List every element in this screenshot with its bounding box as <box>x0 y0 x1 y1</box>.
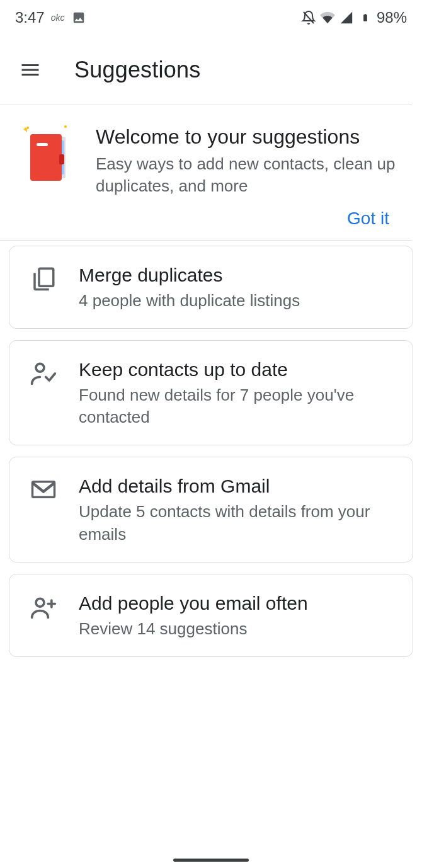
svg-rect-5 <box>30 134 62 181</box>
app-notification-badge: okc <box>51 13 65 23</box>
suggestion-add-people[interactable]: Add people you email often Review 14 sug… <box>9 574 413 657</box>
welcome-card: Welcome to your suggestions Easy ways to… <box>0 105 422 202</box>
page-title: Suggestions <box>74 57 200 83</box>
app-bar: Suggestions <box>0 35 422 105</box>
navigation-handle[interactable] <box>173 859 249 862</box>
menu-button[interactable] <box>18 57 43 83</box>
welcome-title: Welcome to your suggestions <box>96 124 399 149</box>
wifi-icon <box>320 10 335 25</box>
contacts-book-illustration <box>21 124 74 190</box>
suggestion-keep-up-to-date[interactable]: Keep contacts up to date Found new detai… <box>9 340 413 445</box>
svg-point-1 <box>26 127 29 129</box>
card-subtitle: Update 5 contacts with details from your… <box>79 501 395 545</box>
person-add-icon <box>28 591 59 621</box>
suggestion-list: Merge duplicates 4 people with duplicate… <box>0 241 422 657</box>
card-subtitle: Found new details for 7 people you've co… <box>79 384 395 428</box>
battery-icon <box>358 10 373 25</box>
svg-rect-6 <box>37 143 48 146</box>
hamburger-icon <box>19 59 42 81</box>
card-subtitle: 4 people with duplicate listings <box>79 290 395 312</box>
card-title: Add details from Gmail <box>79 474 395 498</box>
welcome-subtitle: Easy ways to add new contacts, clean up … <box>96 153 399 197</box>
status-time: 3:47 <box>15 9 45 26</box>
copy-icon <box>28 263 59 292</box>
status-left: 3:47 okc <box>15 9 86 26</box>
suggestion-merge-duplicates[interactable]: Merge duplicates 4 people with duplicate… <box>9 246 413 329</box>
suggestion-add-from-gmail[interactable]: Add details from Gmail Update 5 contacts… <box>9 457 413 562</box>
svg-point-11 <box>36 598 44 607</box>
battery-percent: 98% <box>377 9 407 26</box>
card-title: Merge duplicates <box>79 263 395 287</box>
cell-signal-icon <box>339 10 354 25</box>
status-bar: 3:47 okc 98% <box>0 0 422 35</box>
svg-point-9 <box>36 364 44 372</box>
dnd-off-icon <box>301 10 316 25</box>
svg-rect-8 <box>39 268 54 286</box>
welcome-actions: Got it <box>0 202 422 240</box>
svg-rect-7 <box>59 154 64 164</box>
card-title: Keep contacts up to date <box>79 357 395 382</box>
gmail-icon <box>28 474 59 503</box>
image-icon <box>71 10 86 25</box>
person-check-icon <box>28 357 59 387</box>
card-subtitle: Review 14 suggestions <box>79 618 395 640</box>
card-title: Add people you email often <box>79 591 395 615</box>
status-right: 98% <box>301 9 407 26</box>
svg-point-2 <box>64 125 67 128</box>
got-it-button[interactable]: Got it <box>347 208 389 229</box>
